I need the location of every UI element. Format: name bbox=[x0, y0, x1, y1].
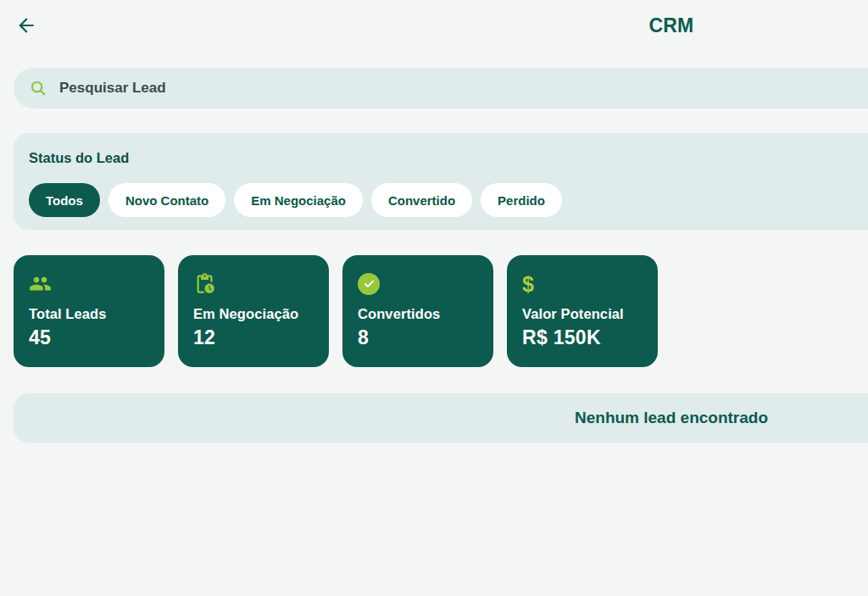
stat-value: 45 bbox=[29, 326, 149, 349]
filter-pill-row: Todos Novo Contato Em Negociação Convert… bbox=[29, 183, 868, 217]
stats-row: Total Leads 45 Em Negociação 12 Converti… bbox=[14, 255, 868, 367]
dollar-icon: $ bbox=[522, 272, 643, 295]
header: CRM bbox=[0, 0, 868, 51]
check-circle-icon bbox=[358, 272, 478, 295]
filter-pill-todos[interactable]: Todos bbox=[29, 183, 100, 217]
filter-pill-convertido[interactable]: Convertido bbox=[371, 183, 472, 217]
stat-card-valor-potencial: $ Valor Potencial R$ 150K bbox=[507, 255, 658, 367]
stat-value: 12 bbox=[193, 326, 314, 349]
stat-value: R$ 150K bbox=[522, 326, 643, 349]
crm-screen: CRM Status do Lead Todos Novo Contato Em… bbox=[0, 0, 868, 596]
page-title: CRM bbox=[0, 14, 868, 37]
filter-pill-novo-contato[interactable]: Novo Contato bbox=[108, 183, 225, 217]
stat-value: 8 bbox=[358, 326, 478, 349]
search-icon bbox=[29, 79, 47, 97]
stat-card-em-negociacao: Em Negociação 12 bbox=[178, 255, 329, 367]
search-input[interactable] bbox=[59, 80, 868, 97]
stat-card-convertidos: Convertidos 8 bbox=[342, 255, 493, 367]
search-bar[interactable] bbox=[14, 68, 868, 109]
filter-title: Status do Lead bbox=[29, 150, 868, 166]
people-icon bbox=[29, 272, 149, 295]
stat-label: Convertidos bbox=[358, 306, 478, 322]
clipboard-clock-icon bbox=[193, 272, 314, 295]
empty-state-message: Nenhum lead encontrado bbox=[575, 409, 768, 427]
lead-status-filter: Status do Lead Todos Novo Contato Em Neg… bbox=[14, 133, 868, 230]
stat-card-total-leads: Total Leads 45 bbox=[14, 255, 164, 367]
stat-label: Em Negociação bbox=[193, 306, 314, 322]
filter-pill-perdido[interactable]: Perdido bbox=[481, 183, 562, 217]
stat-label: Total Leads bbox=[29, 306, 149, 322]
empty-state-bar: Nenhum lead encontrado bbox=[14, 393, 868, 443]
stat-label: Valor Potencial bbox=[522, 306, 643, 322]
filter-pill-em-negociacao[interactable]: Em Negociação bbox=[234, 183, 363, 217]
